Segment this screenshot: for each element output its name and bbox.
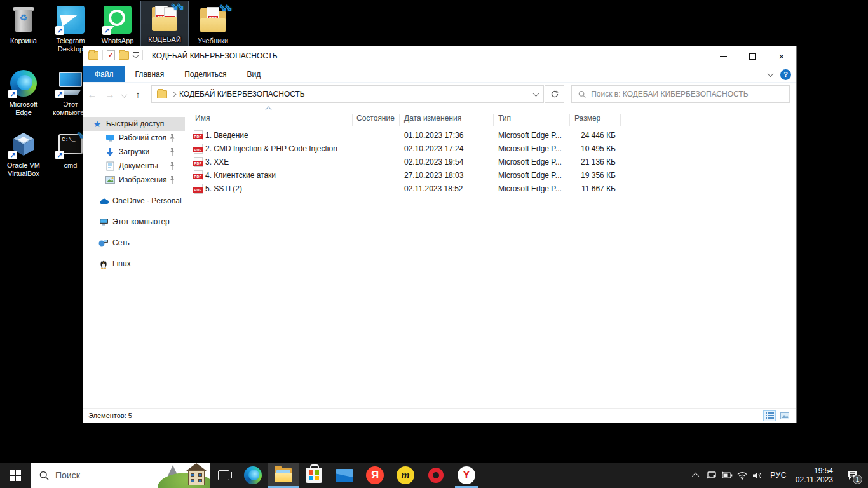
column-headers: Имя Состояние Дата изменения Тип Размер [185,110,796,126]
pin-icon [168,161,176,170]
file-row[interactable]: PDF 3. XXE 02.10.2023 19:54 Microsoft Ed… [185,156,796,169]
clock[interactable]: 19:54 02.11.2023 [792,466,839,484]
taskbar-app-microsoft-store[interactable] [299,463,329,488]
sidebar-item-network[interactable]: Сеть [83,236,185,250]
start-button[interactable] [0,463,31,488]
up-button[interactable]: ↑ [129,89,147,100]
file-name[interactable]: 1. Введение [205,131,248,140]
taskbar-app-m-logo[interactable]: m [390,463,421,488]
edge-icon: ↗ [8,68,39,98]
yandex-browser-icon: Y [458,466,475,484]
column-header-status[interactable]: Состояние [356,114,395,123]
sidebar-item-onedrive[interactable]: OneDrive - Personal [83,194,185,208]
task-view-button[interactable] [210,463,238,488]
desktop-icon-recycle-bin[interactable]: ♻ Корзина [0,3,47,47]
file-modified: 01.10.2023 17:36 [404,131,463,140]
sidebar-item-documents[interactable]: Документы [83,159,185,173]
details-view-button[interactable] [763,410,776,421]
desktop-icon-label: КОДЕБАЙ [142,36,187,44]
column-header-type[interactable]: Тип [498,114,511,123]
refresh-button[interactable] [545,85,564,103]
edge-icon [244,466,262,484]
taskbar-app-yandex[interactable]: Я [360,463,390,488]
sidebar-item-desktop[interactable]: Рабочий стол [83,131,185,145]
address-dropdown-icon[interactable] [533,90,539,97]
tab-home[interactable]: Главная [125,66,175,82]
taskbar-search-input[interactable] [55,470,151,480]
new-folder-icon[interactable] [119,51,129,60]
title-bar[interactable]: КОДЕБАЙ КИБЕРБЕЗОПАСНОСТЬ × [83,46,796,66]
file-name[interactable]: 2. CMD Injection & PHP Code Injection [205,144,337,153]
volume-icon[interactable] [750,471,765,480]
file-name[interactable]: 5. SSTI (2) [205,184,242,193]
sidebar-item-pictures[interactable]: Изображения [83,173,185,187]
help-icon[interactable]: ? [780,69,791,80]
sidebar-item-label: Рабочий стол [119,133,166,142]
file-row[interactable]: PDF 5. SSTI (2) 02.11.2023 18:52 Microso… [185,182,796,196]
desktop-icon-edge[interactable]: ↗ Microsoft Edge [0,66,47,119]
column-header-name[interactable]: Имя [195,114,210,123]
file-explorer-icon [275,468,292,482]
address-bar[interactable]: КОДЕБАЙ КИБЕРБЕЗОПАСНОСТЬ [151,85,544,103]
desktop-icon [105,133,115,143]
breadcrumb-path[interactable]: КОДЕБАЙ КИБЕРБЕЗОПАСНОСТЬ [179,90,305,98]
navigation-bar: ← → ↑ КОДЕБАЙ КИБЕРБЕЗОПАСНОСТЬ [83,83,796,106]
chevron-up-icon [692,473,699,480]
taskbar-app-edge[interactable] [238,463,268,488]
sidebar-item-linux[interactable]: Linux [83,257,185,271]
desktop-icon-label: WhatsApp [95,37,140,45]
tab-share[interactable]: Поделиться [174,66,236,82]
column-header-size[interactable]: Размер [574,114,600,123]
pdf-file-icon: PDF [194,184,203,194]
onedrive-icon [98,196,109,206]
sidebar-item-label: OneDrive - Personal [112,196,182,205]
desktop-icon-uchebniki[interactable]: PDF ⇘⇘ Учебники [189,3,236,47]
file-row[interactable]: PDF 1. Введение 01.10.2023 17:36 Microso… [185,129,796,142]
recent-locations-dropdown[interactable] [119,89,129,100]
back-button[interactable]: ← [83,89,101,100]
action-center-button[interactable]: 1 [839,463,865,488]
sidebar-item-this-pc[interactable]: Этот компьютер [83,215,185,229]
shortcut-arrow-icon: ↗ [8,90,17,98]
minimize-button[interactable] [709,46,738,66]
properties-icon[interactable] [107,50,115,60]
taskbar-app-file-explorer[interactable] [268,463,299,488]
shortcut-arrow-icon: ↗ [8,151,17,159]
desktop-icon-virtualbox[interactable]: ↗ Oracle VM VirtualBox [0,127,47,180]
tab-view[interactable]: Вид [236,66,271,82]
opera-icon [428,468,444,483]
language-indicator[interactable]: РУС [765,471,792,480]
hidden-icons-button[interactable] [689,473,704,478]
search-icon [578,90,586,98]
close-button[interactable]: × [767,46,796,66]
tab-file[interactable]: Файл [83,66,125,82]
address-folder-icon [157,90,167,98]
ribbon-expand-icon[interactable] [768,71,774,77]
explorer-search[interactable] [571,85,790,103]
sidebar-item-quick-access[interactable]: ★ Быстрый доступ [83,117,185,131]
sidebar-item-downloads[interactable]: Загрузки [83,145,185,159]
explorer-search-input[interactable] [591,90,783,98]
taskbar-search[interactable] [31,463,210,488]
maximize-button[interactable] [738,46,767,66]
file-modified: 02.10.2023 19:54 [404,158,463,166]
taskbar-app-mail[interactable] [329,463,360,488]
file-name[interactable]: 4. Клиентские атаки [205,171,276,180]
file-name[interactable]: 3. XXE [205,158,229,166]
customize-qat-dropdown[interactable] [133,52,139,58]
thumbnails-view-button[interactable] [778,410,791,421]
telegram-icon: ↗ [55,4,86,35]
taskbar-app-opera[interactable] [421,463,451,488]
file-row[interactable]: PDF 2. CMD Injection & PHP Code Injectio… [185,142,796,156]
desktop-icon-whatsapp[interactable]: ↗ WhatsApp [94,3,141,47]
desktop-icon-kodebay[interactable]: PDF PDF ⇘⇘ КОДЕБАЙ [141,1,188,46]
forward-button[interactable]: → [101,89,119,100]
mail-icon [336,469,353,482]
file-row[interactable]: PDF 4. Клиентские атаки 27.10.2023 18:03… [185,169,796,182]
wifi-icon[interactable] [735,471,750,480]
connect-display-icon[interactable] [704,471,719,480]
battery-charging-icon[interactable] [719,471,735,479]
sort-ascending-icon [266,107,272,113]
column-header-modified[interactable]: Дата изменения [404,114,461,123]
taskbar-app-yandex-browser[interactable]: Y [451,463,482,488]
